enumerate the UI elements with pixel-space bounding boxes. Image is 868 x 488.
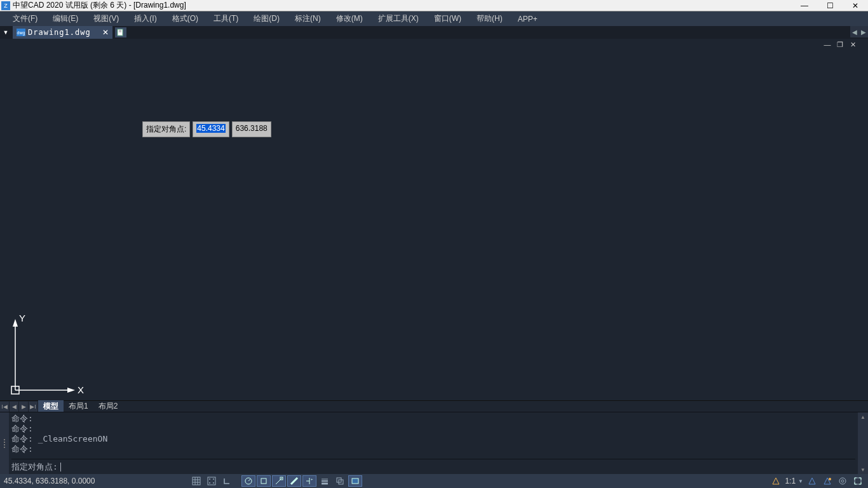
document-tab-bar: ▼ dwg Drawing1.dwg ✕ ◀ ▶ [0,26,868,39]
otrack-icon[interactable] [272,475,286,487]
svg-marker-7 [67,388,75,393]
dynamic-input: 指定对角点: 45.4334 636.3188 [142,121,271,137]
ortho-icon[interactable] [220,475,234,487]
svg-marker-36 [809,478,815,484]
scale-dropdown-icon[interactable]: ▼ [798,478,803,484]
svg-text:X: X [78,384,84,395]
menu-bar: 文件(F) 编辑(E) 视图(V) 插入(I) 格式(O) 工具(T) 绘图(D… [0,11,868,26]
command-history: 命令: 命令: 命令: _CleanScreenON 命令: [11,414,855,459]
annotation-auto-icon[interactable] [821,475,834,487]
command-line: 命令: [11,414,855,424]
maximize-button[interactable]: ☐ [817,0,843,11]
layout-tab-model[interactable]: 模型 [38,400,64,413]
command-line: 命令: [11,424,855,434]
command-cursor [60,463,61,471]
svg-rect-41 [855,478,861,484]
svg-point-17 [213,478,214,480]
svg-marker-4 [13,319,18,327]
lineweight-icon[interactable] [287,475,301,487]
drawing-canvas[interactable]: 指定对角点: 45.4334 636.3188 Y X [0,50,868,400]
document-tab-close[interactable]: ✕ [102,28,109,37]
menu-help[interactable]: 帮助(H) [469,11,510,26]
svg-point-39 [839,478,846,484]
layout-tab-bar: I◀ ◀ ▶ ▶I 模型 布局1 布局2 [0,400,868,412]
document-tab-label: Drawing1.dwg [28,28,91,37]
osnap-icon[interactable] [257,475,271,487]
new-document-button[interactable] [115,27,126,37]
command-scrollbar[interactable]: ▲ ▼ [858,412,868,474]
dynamic-input-x[interactable]: 45.4334 [193,121,229,137]
status-bar: 45.4334, 636.3188, 0.0000 + 1:1 ▼ [0,474,868,488]
menu-app[interactable]: APP+ [510,13,545,25]
mdi-controls: — ❐ ✕ [0,39,868,50]
mdi-restore[interactable]: ❐ [834,39,846,50]
command-grip[interactable] [0,412,9,474]
document-tab[interactable]: dwg Drawing1.dwg ✕ [13,26,112,39]
menu-format[interactable]: 格式(O) [165,11,206,26]
svg-point-16 [209,478,210,480]
svg-text:Y: Y [19,313,25,323]
dynamic-input-y[interactable]: 636.3188 [232,121,271,137]
cycle-icon[interactable] [333,475,347,487]
app-icon: Z [1,1,10,10]
doc-tabs-dropdown[interactable]: ▼ [0,27,11,38]
annotation-scale-icon[interactable] [770,475,782,487]
menu-modify[interactable]: 修改(M) [329,11,370,26]
menu-dimension[interactable]: 标注(N) [287,11,329,26]
command-prompt: 指定对角点: [11,461,58,473]
model-icon[interactable] [348,475,362,487]
menu-insert[interactable]: 插入(I) [126,11,164,26]
svg-rect-10 [193,477,200,485]
scroll-down-icon[interactable]: ▼ [858,465,868,474]
snap-icon[interactable] [205,475,219,487]
svg-line-23 [276,478,282,484]
layout-first[interactable]: I◀ [0,402,10,412]
scroll-up-icon[interactable]: ▲ [858,412,868,421]
annotation-scale[interactable]: 1:1 [785,477,796,485]
command-input[interactable]: 指定对角点: [11,459,855,473]
status-coordinates[interactable]: 45.4334, 636.3188, 0.0000 [4,477,118,485]
minimize-button[interactable]: — [792,0,817,11]
layout-tab-2[interactable]: 布局2 [93,400,123,413]
layout-next[interactable]: ▶ [19,402,29,412]
mdi-minimize[interactable]: — [821,39,834,50]
title-bar: Z 中望CAD 2020 试用版 (剩余 6 天) - [Drawing1.dw… [0,0,868,11]
window-controls: — ☐ ✕ [792,0,868,11]
command-panel: 命令: 命令: 命令: _CleanScreenON 命令: 指定对角点: ▲ … [0,412,868,474]
svg-point-38 [829,478,831,480]
svg-point-19 [213,482,214,484]
close-button[interactable]: ✕ [843,0,868,11]
ucs-icon: Y X [6,313,88,395]
lwt-icon[interactable] [318,475,332,487]
menu-draw[interactable]: 绘图(D) [246,11,287,26]
svg-line-21 [248,478,251,481]
menu-file[interactable]: 文件(F) [5,11,45,26]
menu-view[interactable]: 视图(V) [86,11,126,26]
svg-marker-35 [773,478,779,484]
clean-screen-icon[interactable] [851,475,864,487]
layout-tab-1[interactable]: 布局1 [64,400,93,413]
annotation-visibility-icon[interactable] [806,475,818,487]
command-line: 命令: [11,444,855,454]
command-text-area: 命令: 命令: 命令: _CleanScreenON 命令: 指定对角点: [9,412,858,474]
grid-icon[interactable] [189,475,203,487]
dyn-input-icon[interactable]: + [302,475,316,487]
layout-prev[interactable]: ◀ [10,402,19,412]
svg-rect-15 [208,477,215,485]
svg-line-25 [291,478,297,484]
menu-extension[interactable]: 扩展工具(X) [370,11,426,26]
svg-point-40 [841,480,844,482]
mdi-close[interactable]: ✕ [846,39,859,50]
menu-edit[interactable]: 编辑(E) [45,11,86,26]
menu-window[interactable]: 窗口(W) [426,11,469,26]
svg-text:+: + [311,477,313,481]
tab-scroll-right[interactable]: ▶ [859,26,868,37]
svg-rect-34 [352,478,358,484]
tab-scroll-left[interactable]: ◀ [850,26,859,37]
command-line: 命令: _CleanScreenON [11,434,855,444]
dynamic-input-label: 指定对角点: [142,121,190,137]
polar-icon[interactable] [241,475,255,487]
settings-icon[interactable] [836,475,849,487]
layout-last[interactable]: ▶I [29,402,38,412]
menu-tools[interactable]: 工具(T) [206,11,246,26]
